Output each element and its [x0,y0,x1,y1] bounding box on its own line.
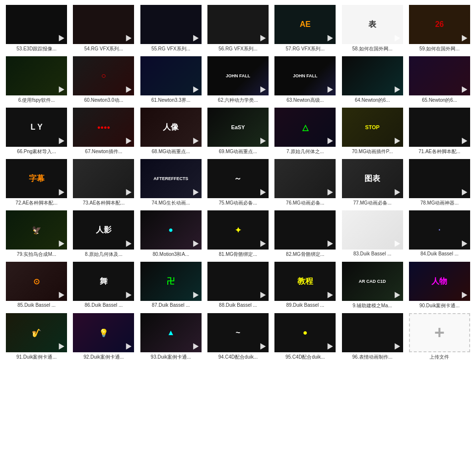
grid-item-7[interactable]: △7.原始几何体之... [273,108,337,155]
grid-item-94[interactable]: ~94.C4D配合duik... [206,313,270,361]
item-label-78: 78.MG动画神器... [409,200,470,206]
play-icon [57,86,65,93]
thumb-text-60: ○ [73,56,134,95]
thumb-text-58: 表 [342,5,403,44]
grid-item-56[interactable]: 56.RG VFX系列... [206,5,270,52]
grid-item-77[interactable]: 图表77.MG动画必备... [340,159,404,206]
grid-item-92[interactable]: 💡92.Duik案例卡通... [72,313,135,361]
play-icon [326,188,334,196]
thumb-text-57: AE [274,5,336,44]
thumb-text-69: EaSY [207,108,269,147]
item-label-79: 79.实拍鸟合成M... [6,251,67,258]
grid-item-89[interactable]: 教程89.Duik Bassel ... [273,262,337,309]
grid-item-57[interactable]: AE57.RG VFX系列... [273,5,337,52]
item-label-61: 61.Newton3.3界... [140,97,202,104]
grid-item-85[interactable]: ⊙85.Duik Bassel ... [5,262,68,309]
grid-item-72[interactable]: 字幕72.AE各种脚本配... [5,159,68,206]
item-label-57: 57.RG VFX系列... [274,46,336,52]
grid-item-76[interactable]: 76.MG动画必备... [273,159,337,206]
item-label-74: 74.MG生长动画... [140,200,202,206]
item-label-91: 91.Duik案例卡通... [6,354,67,361]
grid-item-70[interactable]: STOP70.MG动画插件P... [340,108,404,155]
grid-item-74[interactable]: AFTEREFFECTS74.MG生长动画... [139,159,203,206]
grid-item-67[interactable]: ●●●●67.Newton插件... [72,108,135,155]
item-label-7: 7.原始几何体之... [274,148,336,155]
thumb-text-68: 人像 [140,108,202,147]
item-label-54: 54.RG VFX系列... [73,46,134,52]
item-label-92: 92.Duik案例卡通... [73,354,134,361]
grid-item-84[interactable]: ·84.Duik Bassel ... [408,210,471,258]
grid-item-87[interactable]: 卍87.Duik Bassel ... [139,262,203,309]
grid-item-63[interactable]: JOHN FALL63.Newton高级... [273,56,337,104]
item-label-82: 82.MG骨骼绑定... [274,251,336,258]
thumb-text-70: STOP [342,108,403,147]
play-icon [259,291,267,299]
play-icon [192,86,200,93]
thumb-text-72: 字幕 [6,159,67,198]
item-label-93: 93.Duik案例卡通... [140,354,202,361]
grid-item-61[interactable]: 61.Newton3.3界... [139,56,203,104]
upload-plus-icon: + [410,314,469,351]
grid-item-53[interactable]: 53.E3D跟踪报像... [5,5,68,52]
thumb-text-81: ✦ [207,210,269,250]
grid-item-81[interactable]: ✦81.MG骨骼绑定... [206,210,270,258]
item-label-77: 77.MG动画必备... [342,200,403,206]
play-icon [57,34,65,42]
thumb-text-91: 🎷 [6,313,67,352]
thumb-text-86: 舞 [73,262,134,301]
item-label-8: 8.原始几何体及... [73,251,134,258]
item-label-90: 90.Duik案例卡通... [409,302,470,309]
grid-item-62[interactable]: JOHN FALL62.六种动力学类... [206,56,270,104]
item-label-94: 94.C4D配合duik... [207,354,269,361]
grid-item-6[interactable]: 6.使用fspy软件... [5,56,68,104]
play-icon [393,342,401,350]
grid-item-93[interactable]: ▲93.Duik案例卡通... [139,313,203,361]
item-label-60: 60.Newton3.0动... [73,97,134,104]
grid-item-88[interactable]: 88.Duik Bassel ... [206,262,270,309]
grid-item-54[interactable]: 54.RG VFX系列... [72,5,135,52]
grid-item-80[interactable]: ●80.Motion3和A... [139,210,203,258]
thumb-text-62: JOHN FALL [207,56,269,95]
grid-item-68[interactable]: 人像68.MG动画重点... [139,108,203,155]
grid-item-58[interactable]: 表58.如何在国外网... [340,5,404,52]
grid-item-8[interactable]: 人影8.原始几何体及... [72,210,135,258]
play-icon [326,240,334,248]
item-label-65: 65.Newton的6... [409,97,470,104]
grid-item-79[interactable]: 🦅79.实拍鸟合成M... [5,210,68,258]
item-label-59: 59.如何在国外网... [409,46,470,52]
grid-item-95[interactable]: ●95.C4D配合duik... [273,313,337,361]
grid-item-83[interactable]: 83.Duik Bassel ... [340,210,404,258]
thumb-text-95: ● [274,313,336,352]
item-label-85: 85.Duik Bassel ... [6,302,67,308]
grid-item-78[interactable]: 78.MG动画神器... [408,159,471,206]
thumb-text-74: AFTEREFFECTS [140,159,202,198]
grid-item-69[interactable]: EaSY69.MG动画重点... [206,108,270,155]
thumb-text-84: · [409,210,470,250]
thumb-text-94: ~ [207,313,269,352]
item-label-84: 84.Duik Bassel ... [409,251,470,256]
grid-item-75[interactable]: ～75.MG动画必备... [206,159,270,206]
item-label-58: 58.如何在国外网... [342,46,403,52]
grid-item-86[interactable]: 舞86.Duik Bassel ... [72,262,135,309]
item-label-86: 86.Duik Bassel ... [73,302,134,308]
item-label-56: 56.RG VFX系列... [207,46,269,52]
grid-item-66[interactable]: L Y66.Png素材导入... [5,108,68,155]
grid-item-65[interactable]: 65.Newton的6... [408,56,471,104]
grid-item-73[interactable]: 73.AE各种脚本配... [72,159,135,206]
item-label-53: 53.E3D跟踪报像... [6,46,67,52]
grid-item-60[interactable]: ○60.Newton3.0动... [72,56,135,104]
grid-item-71[interactable]: 71.AE各种脚本配... [408,108,471,155]
thumb-text-79: 🦅 [6,210,67,250]
grid-item-91[interactable]: 🎷91.Duik案例卡通... [5,313,68,361]
grid-item-96[interactable]: 96.表情动画制作... [340,313,404,361]
grid-item-9[interactable]: AR CAD C1D9.辅助建模之Ma... [340,262,404,309]
thumb-text-75: ～ [207,159,269,198]
grid-item-59[interactable]: 2659.如何在国外网... [408,5,471,52]
item-label-88: 88.Duik Bassel ... [207,302,269,308]
grid-item-55[interactable]: 55.RG VFX系列... [139,5,203,52]
thumb-text-80: ● [140,210,202,250]
grid-item-64[interactable]: 64.Newton的6... [340,56,404,104]
grid-item-90[interactable]: 人物90.Duik案例卡通... [408,262,471,309]
grid-item-upload[interactable]: +上传文件 [408,313,471,361]
grid-item-82[interactable]: 82.MG骨骼绑定... [273,210,337,258]
